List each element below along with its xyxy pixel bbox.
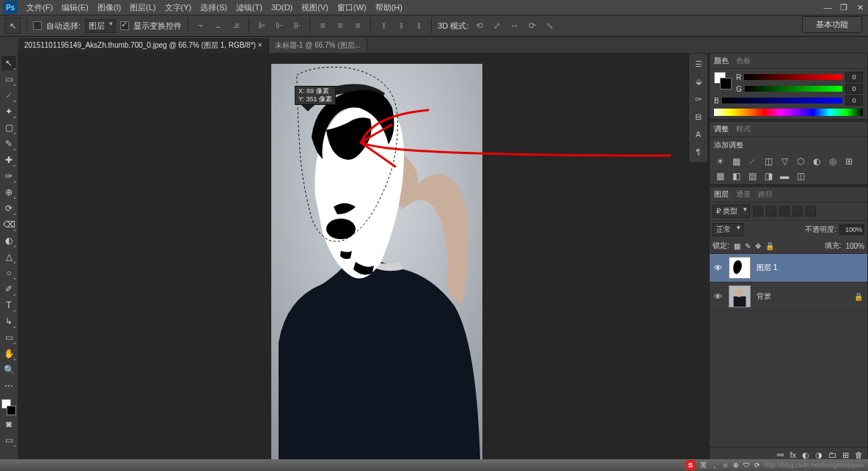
tool-marquee[interactable]: ▭: [1, 72, 16, 87]
tool-history-brush[interactable]: ⟳: [1, 201, 16, 216]
swatches-tab[interactable]: 色板: [736, 56, 751, 66]
window-minimize[interactable]: —: [820, 1, 836, 13]
layer-row-1[interactable]: 👁 图层 1: [710, 254, 867, 282]
visibility-icon[interactable]: 👁: [714, 263, 723, 272]
adj-vibrance-icon[interactable]: ▽: [779, 156, 790, 167]
window-restore[interactable]: ❐: [836, 1, 852, 13]
tray-icon[interactable]: ⟳: [754, 461, 760, 469]
tray-icon[interactable]: ⊕: [733, 461, 739, 469]
layer-name-2[interactable]: 背景: [757, 291, 771, 302]
align-bottom-icon[interactable]: ⫡: [229, 19, 243, 32]
tool-crop[interactable]: ▢: [1, 120, 16, 135]
adj-hue-icon[interactable]: ⬡: [795, 156, 806, 167]
b-slider[interactable]: [722, 98, 842, 103]
channels-tab[interactable]: 通道: [736, 189, 751, 200]
window-close[interactable]: ✕: [852, 1, 868, 13]
layer-row-2[interactable]: 👁 背景 🔒: [710, 282, 867, 311]
g-value[interactable]: 0: [845, 84, 863, 94]
char-panel-icon[interactable]: A: [693, 128, 705, 140]
menu-layer[interactable]: 图层(L): [125, 2, 160, 13]
menu-3d[interactable]: 3D(D): [267, 3, 297, 12]
distribute-icon-3[interactable]: ≡: [351, 19, 364, 32]
tool-eraser[interactable]: ⌫: [1, 217, 16, 232]
ime-lang[interactable]: 英: [700, 461, 707, 470]
history-panel-icon[interactable]: ☰: [693, 58, 705, 70]
tool-text[interactable]: T: [1, 298, 16, 313]
tool-dodge[interactable]: ○: [1, 266, 16, 280]
para-panel-icon[interactable]: ¶: [693, 146, 705, 158]
menu-file[interactable]: 文件(F): [22, 2, 57, 13]
align-top-icon[interactable]: ⫟: [194, 19, 207, 32]
adj-curves-icon[interactable]: ⟋: [746, 156, 758, 167]
current-tool-icon[interactable]: ↖: [4, 18, 21, 34]
distribute-spacing-icon-2[interactable]: ⦀: [394, 19, 408, 32]
align-left-icon[interactable]: ⊫: [255, 19, 268, 32]
adj-selective-icon[interactable]: ◫: [795, 171, 806, 181]
tool-gradient[interactable]: ◐: [1, 233, 16, 248]
menu-view[interactable]: 视图(V): [297, 2, 333, 13]
adj-poster-icon[interactable]: ▤: [746, 171, 758, 181]
tool-more[interactable]: ⋯: [1, 379, 16, 393]
distribute-icon-2[interactable]: ≡: [334, 19, 347, 32]
tool-quickmask[interactable]: ◙: [1, 417, 16, 431]
color-swatch[interactable]: [1, 399, 16, 415]
tool-zoom[interactable]: 🔍: [1, 362, 16, 377]
menu-window[interactable]: 窗口(W): [333, 2, 371, 13]
align-hcenter-icon[interactable]: ⊩: [273, 19, 286, 32]
lock-brush-icon[interactable]: ✎: [745, 242, 751, 250]
ime-sogou-icon[interactable]: S: [685, 460, 696, 470]
hue-bar[interactable]: [714, 109, 863, 116]
paths-tab[interactable]: 路径: [758, 189, 773, 200]
tool-hand[interactable]: ✋: [1, 346, 16, 361]
adj-brightness-icon[interactable]: ☀: [714, 156, 726, 167]
adj-threshold-icon[interactable]: ◨: [762, 171, 774, 181]
filter-pixel-icon[interactable]: [753, 206, 763, 216]
r-value[interactable]: 0: [845, 72, 863, 82]
lock-all-icon[interactable]: 🔒: [765, 242, 774, 250]
tray-icon[interactable]: ☺: [722, 461, 729, 469]
menu-help[interactable]: 帮助(H): [371, 2, 407, 13]
tool-blur[interactable]: △: [1, 249, 16, 264]
align-vcenter-icon[interactable]: ⫠: [212, 19, 225, 32]
align-right-icon[interactable]: ⊪: [290, 19, 304, 32]
3d-icon-1[interactable]: ⟲: [473, 19, 486, 32]
menu-select[interactable]: 选择(S): [196, 2, 232, 13]
layers-tab[interactable]: 图层: [714, 189, 729, 200]
g-slider[interactable]: [745, 86, 842, 92]
show-transform-checkbox[interactable]: [120, 21, 129, 30]
adj-gradient-icon[interactable]: ▬: [779, 171, 790, 181]
filter-smart-icon[interactable]: [806, 206, 816, 216]
adj-bw-icon[interactable]: ◐: [811, 156, 823, 167]
adjust-tab[interactable]: 调整: [714, 124, 729, 134]
tool-brush[interactable]: ✑: [1, 169, 16, 183]
distribute-spacing-icon-1[interactable]: ⦀: [377, 19, 390, 32]
tool-heal[interactable]: ✚: [1, 153, 16, 167]
adj-invert-icon[interactable]: ◧: [730, 171, 742, 181]
3d-icon-3[interactable]: ↔: [508, 19, 521, 32]
lock-pixels-icon[interactable]: ▦: [734, 242, 740, 250]
tool-path[interactable]: ↳: [1, 314, 16, 329]
tool-move[interactable]: ↖: [1, 56, 16, 70]
fill-value[interactable]: 100%: [845, 242, 864, 250]
tool-lasso[interactable]: ⟋: [1, 88, 16, 103]
color-tab[interactable]: 颜色: [714, 56, 729, 66]
3d-icon-5[interactable]: ⤡: [543, 19, 556, 32]
b-value[interactable]: 0: [845, 95, 863, 106]
brush-panel-icon[interactable]: ⬙: [693, 76, 705, 87]
3d-icon-4[interactable]: ⟳: [526, 19, 539, 32]
tray-icon[interactable]: 🛡: [743, 461, 750, 469]
layer-name-1[interactable]: 图层 1: [757, 263, 777, 273]
r-slider[interactable]: [744, 74, 842, 80]
tool-quick-select[interactable]: ✦: [1, 104, 16, 119]
3d-icon-2[interactable]: ⤢: [490, 19, 504, 32]
tool-screenmode[interactable]: ▭: [1, 433, 16, 448]
clone-panel-icon[interactable]: ⊟: [693, 111, 705, 123]
menu-image[interactable]: 图像(I): [93, 2, 125, 13]
tool-stamp[interactable]: ⊕: [1, 185, 16, 200]
tool-pen[interactable]: ✐: [1, 282, 16, 296]
adj-lookup-icon[interactable]: ▦: [714, 171, 726, 181]
menu-edit[interactable]: 编辑(E): [57, 2, 93, 13]
styles-tab[interactable]: 样式: [736, 124, 751, 134]
distribute-icon-1[interactable]: ≡: [316, 19, 329, 32]
distribute-spacing-icon-3[interactable]: ⦀: [412, 19, 425, 32]
